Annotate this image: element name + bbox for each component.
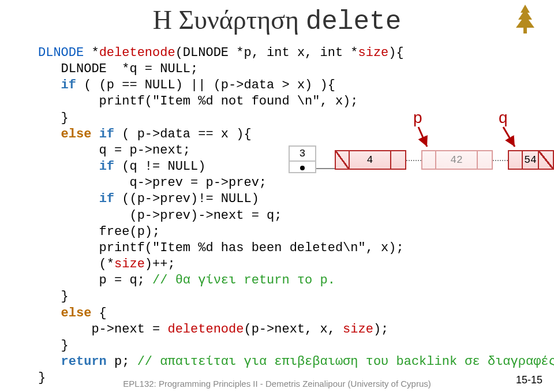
tok: size	[114, 257, 145, 271]
head-pointer-icon	[290, 162, 315, 174]
tok: return	[61, 354, 107, 369]
tok	[38, 78, 61, 92]
tok: p;	[107, 354, 137, 369]
tok: size	[343, 322, 373, 337]
tok: ( p->data == x ){	[114, 127, 252, 141]
tok: {	[91, 306, 106, 320]
tok: }	[38, 111, 69, 125]
tok: q->prev = p->prev;	[38, 176, 267, 190]
link-line-icon	[406, 160, 421, 161]
slide-title: Η Συνάρτηση delete	[0, 5, 554, 37]
tok: else	[61, 127, 92, 141]
tok	[38, 306, 61, 320]
tok: (p->prev)->next = q;	[38, 208, 282, 223]
tok: DLNODE	[38, 46, 84, 60]
next-ptr-icon	[478, 151, 492, 169]
tok	[38, 127, 61, 141]
tok: (q != NULL)	[114, 159, 205, 174]
pointer-arrows-icon	[300, 111, 542, 186]
tok: if	[99, 127, 114, 141]
tok: deletenode	[167, 322, 244, 337]
tok: deletenode	[99, 46, 175, 60]
node-value: 42	[436, 151, 478, 169]
node-value: 54	[523, 151, 539, 169]
slide: Η Συνάρτηση delete DLNODE *deletenode(DL…	[0, 0, 554, 392]
prev-ptr-icon	[336, 151, 350, 169]
node-1: 4	[335, 150, 406, 170]
svg-line-2	[503, 127, 515, 147]
tok: // απαιτείται για επιβεβαιωση του backli…	[137, 354, 554, 369]
tok: p = q;	[38, 273, 152, 288]
tok: *	[84, 46, 99, 60]
node-value: 4	[350, 151, 391, 169]
tok: (p->next, x,	[244, 322, 343, 337]
tok: if	[99, 159, 114, 174]
size-count: 3	[290, 147, 315, 162]
prev-ptr-icon	[422, 151, 436, 169]
size-box: 3	[289, 145, 316, 173]
title-func: delete	[306, 7, 402, 37]
prev-ptr-icon	[509, 151, 523, 169]
tok: DLNODE *q = NULL;	[38, 62, 198, 76]
tok: }	[38, 289, 69, 304]
tok: ((p->prev)!= NULL)	[114, 192, 259, 206]
page-number: 15-15	[516, 374, 542, 386]
tok: q = p->next;	[38, 143, 190, 158]
link-line-icon	[493, 160, 508, 161]
link-line-icon	[316, 168, 335, 169]
svg-line-1	[418, 127, 427, 147]
tok: ( (p == NULL) || (p->data > x) ){	[76, 78, 335, 92]
footer-text: EPL132: Programming Principles II - Deme…	[0, 379, 554, 389]
title-greek: Η Συνάρτηση	[153, 5, 306, 35]
tok: size	[358, 46, 389, 60]
linked-list-diagram: p q 3 4 42	[300, 111, 542, 186]
tok: (DLNODE *p, int x, int *	[175, 46, 358, 60]
tok: // θα γίνει return το p.	[152, 273, 335, 288]
next-ptr-icon	[539, 151, 553, 169]
code-block: DLNODE *deletenode(DLNODE *p, int x, int…	[38, 45, 554, 386]
tok	[38, 159, 99, 174]
tok	[38, 354, 61, 369]
tok: );	[373, 322, 388, 337]
tok: )++;	[145, 257, 175, 271]
next-ptr-icon	[391, 151, 405, 169]
tok: p->next =	[38, 322, 167, 337]
node-2-deleted: 42	[421, 150, 493, 170]
tok: printf("Item %d not found \n", x);	[38, 94, 358, 109]
tok: if	[99, 192, 114, 206]
tok: free(p);	[38, 225, 160, 239]
tok: printf("Item %d has been deleted\n", x);	[38, 241, 404, 255]
tok: ){	[388, 46, 403, 60]
tok: }	[38, 338, 69, 353]
tok: (*	[38, 257, 114, 271]
node-3: 54	[508, 150, 554, 170]
tok: else	[61, 306, 92, 320]
tok	[91, 127, 99, 141]
tok: if	[61, 78, 76, 92]
tok	[38, 192, 99, 206]
